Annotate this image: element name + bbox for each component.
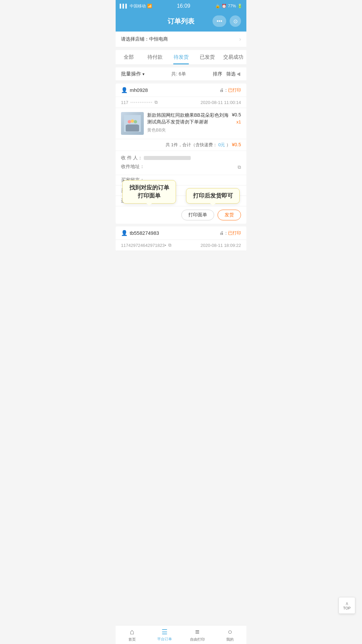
svg-point-2 — [128, 120, 131, 123]
status-right: 🔒 ⏰ 77% 🔋 — [215, 4, 242, 8]
order-number-row-1: 117 •••••••••••• ⧉ 2020-08-11 11:00:14 — [116, 97, 246, 108]
printed-label-2: 已打印 — [228, 230, 241, 236]
address-label: 收件地址： — [121, 164, 144, 170]
tab-pending-pay[interactable]: 待付款 — [142, 50, 168, 64]
tab-all[interactable]: 全部 — [116, 50, 142, 64]
product-info-1: 新款韩国网红同款糖果BB花朵彩色刘海测试商品不发货请勿下单谢谢 黄色BB夹 — [147, 112, 229, 133]
tooltip-print: 找到对应的订单 打印面单 — [122, 180, 176, 204]
product-img-svg — [124, 115, 141, 132]
product-spec-1: 黄色BB夹 — [147, 127, 229, 133]
print-waybill-button[interactable]: 打印面单 — [181, 210, 214, 220]
order-actions-1: 找到对应的订单 打印面单 打印后发货即可 打印面单 发货 — [116, 206, 246, 224]
wifi-icon: 📶 — [147, 4, 152, 8]
filter-button[interactable]: 筛选 ⫷ — [226, 71, 241, 77]
tab-shipped[interactable]: 已发货 — [194, 50, 220, 64]
carrier-name: 中国移动 — [130, 3, 146, 9]
status-bar: ▌▌▌ 中国移动 📶 16:09 🔒 ⏰ 77% 🔋 — [116, 0, 246, 12]
print-status-2: 🖨 : 已打印 — [220, 230, 241, 236]
svg-rect-1 — [127, 124, 138, 129]
order-number-2: 117429724642971823• ⧉ — [121, 243, 171, 248]
address-value: ⧉ — [144, 164, 241, 171]
order-header-1: 👤 mh0928 🖨 : 已打印 — [116, 84, 246, 97]
store-label: 请选择店铺：中恒电商 — [121, 36, 168, 42]
store-selector[interactable]: 请选择店铺：中恒电商 › — [116, 32, 246, 47]
recipient-redacted — [144, 156, 191, 160]
tab-success[interactable]: 交易成功 — [220, 50, 246, 64]
product-row-1: 新款韩国网红同款糖果BB花朵彩色刘海测试商品不发货请勿下单谢谢 黄色BB夹 ¥0… — [116, 108, 246, 139]
order-number-row-2: 117429724642971823• ⧉ 2020-08-11 18:09:2… — [116, 240, 246, 251]
recipient-section-1: 收 件 人： 收件地址： ⧉ — [116, 151, 246, 175]
product-price-qty-1: ¥0.5 x1 — [232, 112, 241, 124]
ship-button[interactable]: 发货 — [218, 210, 241, 220]
chevron-right-icon: › — [239, 36, 241, 42]
scan-icon: ⊙ — [233, 18, 238, 24]
tooltip-ship: 打印后发货即可 — [186, 188, 240, 204]
battery-level: 77% — [228, 4, 236, 8]
batch-operation-button[interactable]: 批量操作 ▾ — [121, 71, 144, 77]
signal-icon: ▌▌▌ — [120, 4, 128, 8]
copy-icon-2[interactable]: ⧉ — [168, 243, 171, 248]
product-image-1 — [121, 112, 144, 135]
sort-filter-area: 排序 筛选 ⫷ — [213, 71, 241, 77]
username-1: mh0928 — [130, 87, 148, 93]
scan-button[interactable]: ⊙ — [230, 15, 241, 27]
svg-point-4 — [134, 120, 137, 123]
order-card-1: 👤 mh0928 🖨 : 已打印 117 •••••••••••• ⧉ 2020… — [116, 84, 246, 224]
username-2: tb558274983 — [130, 230, 159, 236]
page-title: 订单列表 — [168, 17, 194, 26]
svg-rect-0 — [124, 115, 141, 132]
more-button[interactable]: ••• — [213, 15, 226, 27]
toolbar: 批量操作 ▾ 共: 6单 排序 筛选 ⫷ — [116, 67, 246, 81]
order-summary-1: 共 1件，合计（含快递费： 0元 ） ¥0.5 — [116, 139, 246, 151]
user-icon: 👤 — [121, 87, 128, 93]
svg-rect-5 — [127, 125, 137, 126]
tab-pending-ship[interactable]: 待发货 — [168, 50, 194, 64]
order-date-2: 2020-08-11 18:09:22 — [200, 243, 241, 248]
sort-button[interactable]: 排序 — [213, 71, 222, 77]
alarm-icon: ⏰ — [222, 4, 227, 8]
printer-icon-2: 🖨 — [220, 230, 224, 235]
battery-icon: 🔋 — [237, 4, 242, 8]
status-left: ▌▌▌ 中国移动 📶 — [120, 3, 152, 9]
header-actions: ••• ⊙ — [213, 15, 241, 27]
recipient-label: 收 件 人： — [121, 155, 144, 161]
order-header-2: 👤 tb558274983 🖨 : 已打印 — [116, 226, 246, 240]
header: 订单列表 ••• ⊙ — [116, 12, 246, 32]
address-row: 收件地址： ⧉ — [121, 162, 241, 172]
order-user-1: 👤 mh0928 — [121, 87, 148, 93]
user-icon-2: 👤 — [121, 230, 128, 236]
order-number-1: 117 •••••••••••• ⧉ — [121, 100, 158, 105]
order-count: 共: 6单 — [144, 71, 213, 77]
copy-icon-1[interactable]: ⧉ — [155, 100, 158, 105]
lock-icon: 🔒 — [215, 4, 220, 8]
order-card-2: 👤 tb558274983 🖨 : 已打印 117429724642971823… — [116, 226, 246, 251]
svg-point-3 — [131, 119, 134, 123]
product-qty-1: x1 — [236, 119, 241, 124]
order-total-1: ¥0.5 — [232, 142, 241, 147]
order-date-1: 2020-08-11 11:00:14 — [200, 100, 241, 105]
recipient-row: 收 件 人： — [121, 154, 241, 162]
status-time: 16:09 — [177, 3, 190, 9]
order-user-2: 👤 tb558274983 — [121, 230, 159, 236]
address-copy-icon[interactable]: ⧉ — [238, 164, 241, 171]
recipient-value — [144, 155, 241, 161]
print-status-1: 🖨 : 已打印 — [220, 87, 241, 93]
printer-icon: 🖨 — [220, 88, 224, 93]
product-price-1: ¥0.5 — [232, 112, 241, 117]
tab-bar: 全部 待付款 待发货 已发货 交易成功 — [116, 50, 246, 65]
product-title-1: 新款韩国网红同款糖果BB花朵彩色刘海测试商品不发货请勿下单谢谢 — [147, 112, 229, 125]
printed-label: 已打印 — [228, 87, 241, 93]
filter-icon: ⫷ — [236, 71, 241, 77]
shipping-cost: 0元 — [218, 142, 225, 147]
